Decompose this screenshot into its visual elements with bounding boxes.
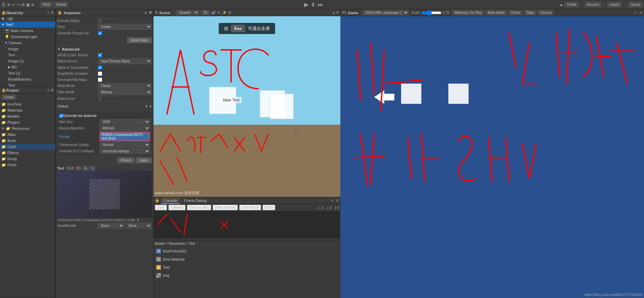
game-scale-slider[interactable] [421,10,442,16]
global-button[interactable]: Global [54,2,68,7]
asset-item-tmg[interactable]: tmg [155,272,339,279]
toolbar-icon-6[interactable]: ⊕ [31,2,34,7]
hierarchy-item-break-batches[interactable]: BreakBatches [0,76,55,82]
hierarchy-root[interactable]: ▼ Test* — [0,22,55,28]
clear-btn[interactable]: Clear [155,205,167,210]
hierarchy-item-canvas[interactable]: ▼ Canvas [0,40,55,46]
cloud-icon[interactable]: ☁ [559,2,563,7]
project-item-atlas[interactable]: 📁Atlas [0,131,55,138]
project-item-materials[interactable]: 📁Materials [0,107,55,113]
channel-r-btn[interactable]: R [76,166,81,171]
game-resolution-dropdown[interactable]: 1920x1080 Landscape (19: [362,10,409,16]
inspector-menu-btn[interactable]: ≡ [145,11,147,15]
toolbar-icon-1[interactable]: ⊕ [7,2,10,7]
project-item-resources[interactable]: ▼ 📁Resources [0,125,55,131]
stats-btn[interactable]: Stats [524,10,537,16]
sprite-editor-btn[interactable]: Sprite Editor [127,37,152,43]
dropdown-asset-bundle[interactable]: None [98,223,124,229]
input-aniso[interactable] [98,96,118,101]
project-menu-btn[interactable]: ≡ [47,88,50,92]
step-icon[interactable]: ⏭ [318,2,323,8]
project-item-card[interactable]: 📁Card [0,144,55,150]
asset-item-bluepotion[interactable]: 🖼 bluePotion001 [155,248,339,255]
inspector-close-btn[interactable]: ✕ [149,10,152,15]
asset-item-test-folder[interactable]: 📁 Test [155,264,339,271]
audio-icon[interactable]: 🔊 [211,10,216,15]
dropdown-compressor[interactable]: Normal [100,142,150,148]
collapse-btn[interactable]: Collapse [168,205,186,210]
download-icon[interactable]: ⬇ [145,105,148,108]
clear-on-play-btn[interactable]: Clear on Play [187,205,211,210]
fx-icon[interactable]: ✨ [222,10,227,15]
layers-button[interactable]: Layers [607,2,622,7]
pivot-button[interactable]: Pivot [40,2,52,7]
layout-button[interactable]: Layout [628,2,643,7]
dropdown-pivot[interactable]: Center [98,24,152,30]
editor-btn[interactable]: Editor [262,205,275,210]
upload-icon-2[interactable]: ⬆ [137,218,140,222]
hierarchy-item-test[interactable]: Test [0,82,55,87]
scene-2d-btn[interactable]: 2D [201,10,210,16]
project-item-effects[interactable]: 📁Effects [0,150,55,156]
hierarchy-close-btn[interactable]: ✕ [50,11,54,14]
hierarchy-item-text-1[interactable]: Text (1) [0,70,55,76]
input-extrude-edges[interactable] [98,18,118,23]
channel-g-btn[interactable]: G [83,166,89,171]
toolbar-icon-5[interactable]: ▣ [26,2,30,7]
project-create-btn[interactable]: Create [1,94,16,100]
hierarchy-item-bg[interactable]: ▶ BG [0,64,55,70]
channel-b-btn[interactable]: B [90,166,96,171]
game-close-btn[interactable]: ✕ [639,11,643,14]
project-item-emoji[interactable]: 📁Emoji [0,156,55,162]
tab-frame-debug[interactable]: Frame Debug [181,197,209,204]
checkbox-override-android[interactable] [59,114,63,118]
project-item-models[interactable]: 📁Models [0,113,55,119]
mute-audio-btn[interactable]: Mute Audio [485,10,507,16]
project-item-plugins[interactable]: 📁Plugins [0,119,55,125]
dropdown-resize[interactable]: Mitchell [100,125,150,131]
hierarchy-item-text[interactable]: Text [0,52,55,58]
pause-icon[interactable]: ⏸ [310,2,316,8]
checkbox-generate-mip[interactable] [98,78,102,82]
play-icon[interactable]: ▶ [304,1,308,8]
upload-icon[interactable]: ⬆ [149,105,152,108]
checkbox-srgb[interactable] [98,53,102,57]
project-item-fonts[interactable]: 📁Fonts [0,162,55,168]
dropdown-alpha-source[interactable]: Input Texture Alpha [98,58,152,64]
collab-button[interactable]: Collab [564,2,579,7]
project-item-book[interactable]: 📁Book [0,138,55,144]
revert-btn[interactable]: Revert [117,157,135,163]
toolbar-icon-4[interactable]: ⊞ [21,2,25,7]
checkbox-alpha-transparent[interactable] [98,65,102,70]
asset-item-new-material[interactable]: ◈ New Material [155,256,339,263]
dropdown-override-etc2[interactable]: Use build settings [100,148,150,154]
tab-console[interactable]: Console [161,197,180,204]
toolbar-icon-2[interactable]: ↩ [12,2,15,7]
console-close-btn[interactable]: ✕ [335,199,339,202]
project-close-btn[interactable]: ✕ [50,88,54,92]
hierarchy-item-directional-light[interactable]: 💡 Directional Light [0,34,55,40]
clear-on-build-btn[interactable]: Clear on Build [213,205,238,210]
gizmos-scene-icon[interactable]: ⚙ [228,10,231,15]
checkbox-generate-physics[interactable] [98,31,102,35]
toolbar-icon-3[interactable]: ↪ [17,2,20,7]
vsync-btn[interactable]: VSync [508,10,523,16]
console-menu-btn[interactable]: ≡ [330,199,334,202]
hierarchy-item-image[interactable]: Image [0,46,55,52]
dropdown-asset-bundle-variant[interactable]: None [125,223,152,229]
apply-btn[interactable]: Apply [136,157,152,163]
error-pause-btn[interactable]: Error Pause [239,205,261,210]
dropdown-filter-mode[interactable]: Bilinear [98,89,152,95]
game-menu-btn[interactable]: ≡ [634,11,637,14]
dropdown-max-size[interactable]: 2048 [100,119,150,125]
dropdown-wrap-mode[interactable]: Clamp [98,83,152,89]
hierarchy-menu-btn[interactable]: ≡ [47,11,50,14]
scene-menu-btn[interactable]: ≡ [333,11,335,15]
maximize-on-play-btn[interactable]: Maximize On Play [452,10,484,16]
gizmos-btn[interactable]: Gizmos [538,10,554,16]
scene-close-btn[interactable]: ✕ [336,10,339,15]
checkbox-read-write[interactable] [98,71,102,76]
skybox-icon[interactable]: ☀ [217,10,221,15]
account-button[interactable]: Account [585,2,601,7]
hierarchy-item-image-1[interactable]: Image (1) [0,58,55,64]
